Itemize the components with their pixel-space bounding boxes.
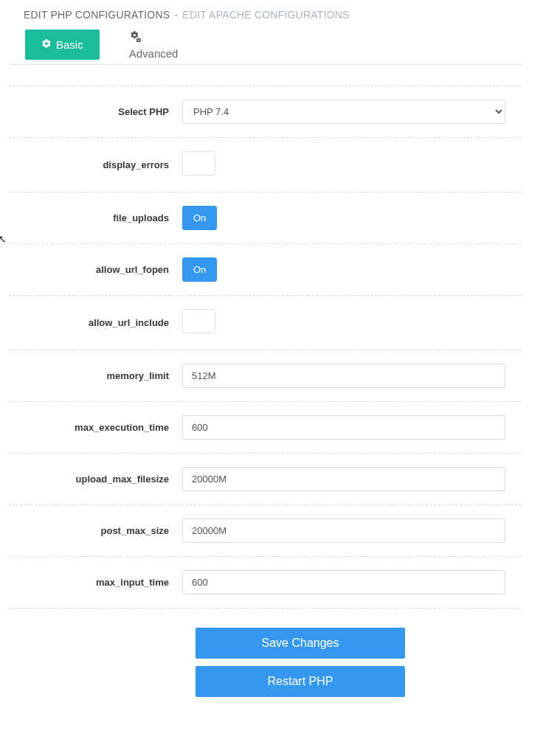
input-post-max-size[interactable]	[182, 519, 505, 543]
breadcrumb-sep: -	[174, 9, 178, 21]
tab-advanced-label: Advanced	[129, 47, 179, 60]
label-memory-limit: memory_limit	[9, 370, 182, 381]
row-file-uploads: file_uploads On	[9, 193, 521, 244]
tabs: Basic Advanced	[9, 30, 521, 60]
gear-icon	[41, 38, 52, 51]
input-memory-limit[interactable]	[182, 364, 505, 388]
input-max-input-time[interactable]	[182, 570, 505, 594]
row-display-errors: display_errors	[9, 138, 521, 193]
toggle-allow-url-fopen[interactable]: On	[182, 257, 217, 282]
button-row: Save Changes Restart PHP	[9, 628, 521, 697]
restart-button[interactable]: Restart PHP	[196, 666, 405, 697]
label-max-execution-time: max_execution_time	[9, 422, 182, 433]
form-area: Select PHP PHP 7.4 display_errors file_u…	[9, 86, 521, 697]
label-post-max-size: post_max_size	[9, 525, 182, 536]
label-select-php: Select PHP	[9, 106, 182, 117]
label-upload-max-filesize: upload_max_filesize	[9, 474, 182, 485]
tab-basic[interactable]: Basic	[25, 30, 100, 60]
toggle-display-errors[interactable]	[182, 151, 215, 176]
gears-icon	[129, 30, 141, 44]
row-memory-limit: memory_limit	[9, 350, 521, 402]
row-post-max-size: post_max_size	[9, 505, 521, 557]
input-upload-max-filesize[interactable]	[182, 467, 505, 491]
breadcrumb-active: EDIT PHP CONFIGURATIONS	[24, 9, 170, 21]
label-max-input-time: max_input_time	[9, 577, 182, 588]
tab-basic-label: Basic	[56, 38, 83, 51]
row-allow-url-include: allow_url_include	[9, 296, 521, 350]
tab-advanced[interactable]: Advanced	[129, 30, 179, 60]
row-upload-max-filesize: upload_max_filesize	[9, 454, 521, 505]
breadcrumb-inactive-link[interactable]: EDIT APACHE CONFIGURATIONS	[182, 9, 349, 21]
breadcrumb: EDIT PHP CONFIGURATIONS - EDIT APACHE CO…	[9, 9, 521, 21]
label-display-errors: display_errors	[9, 159, 182, 170]
label-file-uploads: file_uploads	[9, 212, 182, 223]
toggle-allow-url-include[interactable]	[182, 309, 215, 333]
select-php-dropdown[interactable]: PHP 7.4	[182, 100, 505, 124]
row-max-execution-time: max_execution_time	[9, 402, 521, 454]
row-select-php: Select PHP PHP 7.4	[9, 86, 521, 138]
row-allow-url-fopen: allow_url_fopen On	[9, 244, 521, 296]
row-max-input-time: max_input_time	[9, 557, 521, 608]
toggle-file-uploads[interactable]: On	[182, 206, 217, 230]
input-max-execution-time[interactable]	[182, 415, 505, 440]
label-allow-url-include: allow_url_include	[9, 317, 182, 328]
save-button[interactable]: Save Changes	[196, 628, 405, 659]
divider	[9, 64, 521, 65]
label-allow-url-fopen: allow_url_fopen	[9, 264, 182, 275]
